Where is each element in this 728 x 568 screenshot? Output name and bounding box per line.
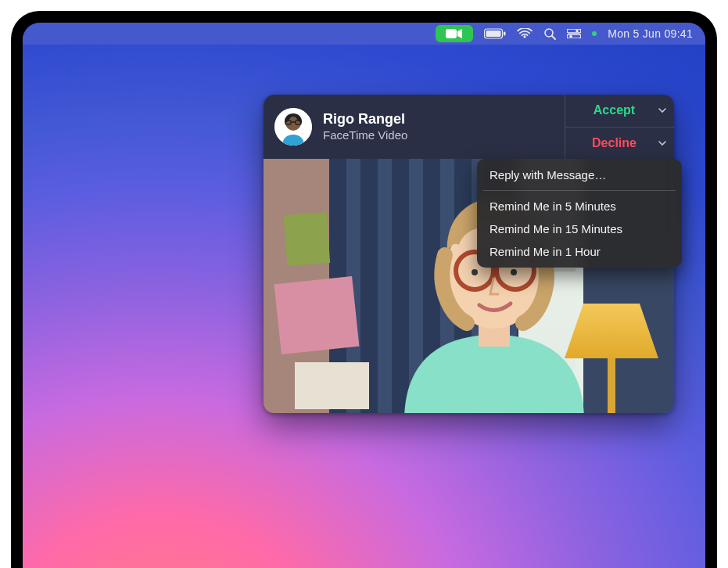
video-camera-icon xyxy=(446,28,463,39)
control-center-icon[interactable] xyxy=(567,29,581,38)
menu-item-remind-15min[interactable]: Remind Me in 15 Minutes xyxy=(477,217,682,240)
accept-button[interactable]: Accept xyxy=(565,95,674,127)
svg-rect-2 xyxy=(486,31,501,37)
svg-rect-6 xyxy=(567,29,581,33)
notification-header: Rigo Rangel FaceTime Video Accept Declin… xyxy=(264,95,674,159)
desktop: Mon 5 Jun 09:41 xyxy=(23,23,705,568)
caller-avatar xyxy=(274,108,312,146)
svg-rect-3 xyxy=(504,32,506,36)
facetime-incoming-call-notification: Rigo Rangel FaceTime Video Accept Declin… xyxy=(264,95,674,413)
wifi-icon[interactable] xyxy=(517,28,533,39)
menu-item-remind-1hour[interactable]: Remind Me in 1 Hour xyxy=(477,240,682,263)
menu-separator xyxy=(483,190,676,191)
device-bezel: Mon 5 Jun 09:41 xyxy=(19,19,709,568)
decline-button[interactable]: Decline xyxy=(565,127,674,160)
memoji-avatar-icon xyxy=(274,108,312,146)
accept-label: Accept xyxy=(594,103,635,117)
menu-item-reply-message[interactable]: Reply with Message… xyxy=(477,164,682,186)
svg-line-5 xyxy=(552,36,555,39)
svg-point-20 xyxy=(472,269,478,275)
svg-point-21 xyxy=(511,269,517,275)
chevron-down-icon[interactable] xyxy=(658,140,666,146)
decline-options-menu: Reply with Message… Remind Me in 5 Minut… xyxy=(477,159,682,268)
lamp-stand xyxy=(608,354,615,413)
menubar: Mon 5 Jun 09:41 xyxy=(23,23,705,45)
caller-name: Rigo Rangel xyxy=(323,110,407,128)
fabric-swatch xyxy=(295,362,369,409)
svg-rect-0 xyxy=(446,29,457,38)
device-frame: Mon 5 Jun 09:41 xyxy=(11,11,717,568)
call-actions: Accept Decline xyxy=(565,95,674,159)
spotlight-icon[interactable] xyxy=(543,27,556,40)
svg-point-7 xyxy=(576,30,579,33)
privacy-indicator-dot xyxy=(592,31,597,36)
svg-point-9 xyxy=(569,35,572,38)
call-type-label: FaceTime Video xyxy=(323,128,407,143)
battery-icon[interactable] xyxy=(484,28,506,39)
svg-rect-8 xyxy=(567,34,581,38)
fabric-swatch xyxy=(284,212,330,266)
decline-label: Decline xyxy=(592,136,637,150)
menu-item-remind-5min[interactable]: Remind Me in 5 Minutes xyxy=(477,195,682,217)
chevron-down-icon[interactable] xyxy=(658,107,666,113)
menubar-clock[interactable]: Mon 5 Jun 09:41 xyxy=(608,27,693,40)
caller-info: Rigo Rangel FaceTime Video xyxy=(264,95,565,159)
facetime-status-pill[interactable] xyxy=(436,25,473,42)
fabric-swatch xyxy=(274,276,360,354)
